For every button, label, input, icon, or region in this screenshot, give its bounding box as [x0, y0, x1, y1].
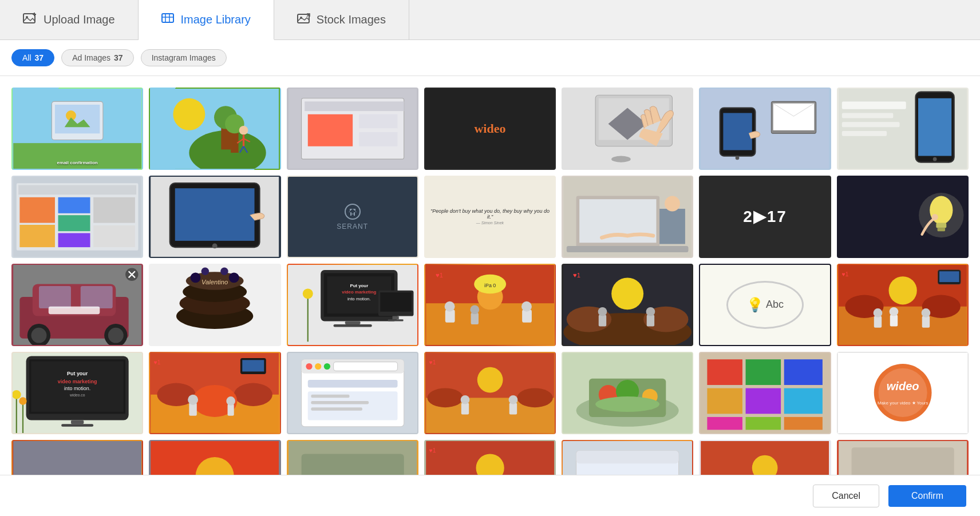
svg-point-49 [932, 157, 936, 161]
svg-rect-151 [922, 316, 929, 327]
svg-point-126 [445, 301, 455, 312]
tab-upload[interactable]: Upload Image [0, 0, 139, 39]
svg-text:♥1: ♥1 [573, 272, 580, 279]
image-cell-26[interactable] [562, 352, 693, 434]
svg-point-128 [470, 305, 479, 314]
svg-point-68 [345, 204, 360, 219]
svg-point-83 [931, 214, 938, 220]
image-cell-19[interactable]: ♥1 [562, 264, 693, 346]
svg-point-138 [611, 277, 643, 309]
tab-stock-label: Stock Images [317, 13, 386, 26]
image-cell-12[interactable] [562, 176, 693, 258]
image-cell-34[interactable] [699, 440, 831, 475]
svg-rect-61 [58, 233, 90, 247]
svg-rect-33 [359, 114, 397, 129]
svg-rect-166 [71, 420, 84, 424]
svg-rect-50 [842, 101, 906, 109]
image-cell-27[interactable] [699, 352, 831, 434]
svg-rect-228 [13, 441, 141, 475]
image-cell-3[interactable] [287, 88, 418, 170]
image-cell-6[interactable] [699, 88, 831, 170]
svg-rect-217 [708, 388, 743, 414]
image-cell-20[interactable]: 💡 Abc [699, 264, 831, 346]
svg-point-104 [201, 267, 209, 275]
library-icon [161, 12, 175, 27]
tab-stock[interactable]: Stock Images [274, 0, 409, 39]
image-cell-31[interactable] [287, 440, 418, 475]
filter-instagram-label: Instagram Images [152, 53, 216, 62]
svg-rect-219 [784, 388, 823, 414]
image-cell-15[interactable] [11, 264, 143, 346]
confirm-button[interactable]: Confirm [888, 485, 966, 507]
svg-rect-179 [228, 404, 234, 415]
svg-point-180 [227, 396, 236, 406]
svg-rect-31 [305, 101, 404, 111]
svg-rect-215 [746, 359, 781, 385]
svg-point-45 [736, 156, 740, 160]
image-cell-22[interactable]: Put your video marketing into motion. wi… [11, 352, 143, 434]
image-cell-13[interactable]: 2▶17 [699, 176, 831, 258]
svg-text:♥1: ♥1 [154, 359, 161, 366]
image-cell-33[interactable] [562, 440, 693, 475]
image-cell-16[interactable]: Valentino [149, 264, 280, 346]
image-cell-4[interactable]: wideo [424, 88, 556, 170]
image-cell-1[interactable]: email confirmation [11, 88, 143, 170]
svg-point-39 [611, 156, 631, 162]
svg-point-199 [517, 388, 553, 407]
svg-rect-125 [445, 309, 455, 322]
svg-point-200 [477, 367, 503, 392]
image-cell-28[interactable]: wideo Make your video ★ Yours [837, 352, 969, 434]
image-grid-row-5: ♥1 [11, 440, 969, 475]
image-cell-10[interactable]: SERANT [287, 176, 418, 258]
upload-image-icon [23, 12, 38, 28]
image-cell-9[interactable] [149, 176, 280, 258]
image-cell-5[interactable] [562, 88, 693, 170]
svg-point-140 [598, 307, 607, 316]
image-cell-17[interactable]: Put your video marketing into motion. [287, 264, 418, 346]
image-cell-11[interactable]: "People don't buy what you do, they buy … [424, 176, 556, 258]
image-cell-25[interactable]: ♥1 [424, 352, 556, 434]
svg-rect-60 [58, 215, 90, 231]
image-cell-30[interactable] [149, 440, 280, 475]
filter-all[interactable]: All 37 [11, 49, 54, 66]
image-cell-35[interactable] [837, 440, 969, 475]
svg-point-154 [889, 307, 898, 316]
cancel-button[interactable]: Cancel [813, 485, 879, 507]
svg-rect-75 [567, 246, 689, 252]
svg-point-105 [220, 267, 228, 275]
svg-point-225 [878, 368, 927, 417]
image-cell-29[interactable] [11, 440, 143, 475]
svg-rect-88 [81, 286, 113, 308]
stock-icon [297, 13, 311, 27]
image-grid-container: email confirmation [0, 76, 980, 475]
svg-rect-220 [708, 417, 743, 430]
tab-library[interactable]: Image Library [139, 0, 274, 40]
svg-rect-0 [23, 14, 35, 23]
filter-all-label: All [22, 53, 31, 62]
filter-bar: All 37 Ad Images 37 Instagram Images [0, 40, 980, 76]
svg-rect-32 [307, 114, 352, 146]
svg-text:into motion.: into motion. [347, 296, 370, 301]
image-cell-32[interactable]: ♥1 [424, 440, 556, 475]
svg-rect-34 [359, 132, 397, 146]
svg-text:wideo.co: wideo.co [69, 393, 85, 397]
image-grid-row-4: Put your video marketing into motion. wi… [11, 352, 969, 434]
filter-ad[interactable]: Ad Images 37 [61, 49, 134, 66]
filter-instagram[interactable]: Instagram Images [141, 49, 227, 66]
svg-rect-14 [55, 105, 100, 133]
image-cell-23[interactable]: ♥1 [149, 352, 280, 434]
svg-text:Put your: Put your [67, 371, 88, 376]
svg-rect-62 [93, 197, 135, 223]
tab-library-label: Image Library [181, 13, 251, 26]
image-cell-2[interactable] [149, 88, 280, 170]
image-cell-24[interactable] [287, 352, 418, 434]
image-cell-18[interactable]: iPa 0 ♥1 [424, 264, 556, 346]
image-cell-14[interactable] [837, 176, 969, 258]
svg-point-178 [188, 395, 198, 405]
image-cell-7[interactable] [837, 88, 969, 170]
image-cell-8[interactable] [11, 176, 143, 258]
image-cell-21[interactable]: ♥1 [837, 264, 969, 346]
action-bar: Cancel Confirm [0, 475, 980, 516]
svg-rect-141 [647, 315, 654, 326]
tab-upload-label: Upload Image [44, 13, 115, 26]
